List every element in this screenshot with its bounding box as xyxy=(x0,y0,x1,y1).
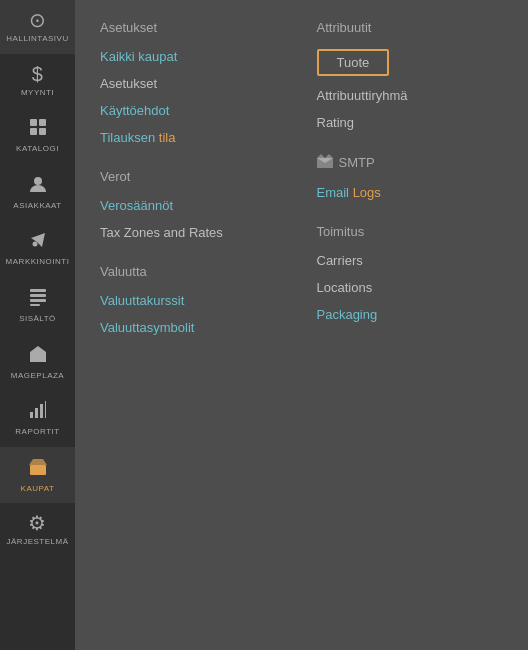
marketing-icon xyxy=(28,230,48,253)
menu-item-tuote[interactable]: Tuote xyxy=(317,49,390,76)
sidebar-item-raportit[interactable]: RAPORTIT xyxy=(0,390,75,447)
menu-item-valuuttasymbolit[interactable]: Valuuttasymbolit xyxy=(100,320,287,335)
system-icon: ⚙ xyxy=(28,513,47,533)
menu-item-tilauksen-tila[interactable]: Tilauksen tila xyxy=(100,130,287,145)
menu-columns: Asetukset Kaikki kaupat Asetukset Käyttö… xyxy=(100,20,503,359)
sidebar-item-katalogi[interactable]: KATALOGI xyxy=(0,107,75,164)
menu-item-packaging[interactable]: Packaging xyxy=(317,307,504,322)
sidebar-item-markkinointi[interactable]: MARKKINOINTI xyxy=(0,220,75,277)
svg-rect-8 xyxy=(30,299,46,302)
content-icon xyxy=(28,287,48,310)
menu-item-email-logs[interactable]: Email Logs xyxy=(317,185,504,200)
mageplaza-icon xyxy=(28,344,48,367)
stores-icon xyxy=(28,457,48,480)
menu-item-attribuutiryhma[interactable]: Attribuuttiryhmä xyxy=(317,88,504,103)
svg-point-4 xyxy=(34,177,42,185)
section-title-valuutta: Valuutta xyxy=(100,264,287,279)
svg-rect-1 xyxy=(39,119,46,126)
menu-item-rating[interactable]: Rating xyxy=(317,115,504,130)
smtp-icon xyxy=(317,154,333,171)
highlight-tila: tila xyxy=(159,130,176,145)
sales-icon: $ xyxy=(32,64,44,84)
section-smtp: SMTP Email Logs xyxy=(317,154,504,200)
section-verot: Verot Verosäännöt Tax Zones and Rates xyxy=(100,169,287,240)
svg-rect-16 xyxy=(35,469,41,475)
sidebar-item-kaupat[interactable]: KAUPAT xyxy=(0,447,75,504)
svg-point-5 xyxy=(32,242,37,247)
dashboard-icon: ⊙ xyxy=(29,10,47,30)
right-column: Attribuutit Tuote Attribuuttiryhmä Ratin… xyxy=(317,20,504,359)
menu-item-asetukset[interactable]: Asetukset xyxy=(100,76,287,91)
sidebar-item-jarjestelma[interactable]: ⚙ JÄRJESTELMÄ xyxy=(0,503,75,557)
section-asetukset: Asetukset Kaikki kaupat Asetukset Käyttö… xyxy=(100,20,287,145)
menu-item-kaikki-kaupat[interactable]: Kaikki kaupat xyxy=(100,49,287,64)
svg-rect-11 xyxy=(30,412,33,418)
svg-rect-7 xyxy=(30,294,46,297)
sidebar-item-hallintasivu[interactable]: ⊙ HALLINTASIVU xyxy=(0,0,75,54)
sidebar-item-asiakkaat[interactable]: ASIAKKAAT xyxy=(0,164,75,221)
reports-icon xyxy=(28,400,48,423)
svg-rect-10 xyxy=(35,356,41,362)
section-toimitus: Toimitus Carriers Locations Packaging xyxy=(317,224,504,322)
svg-rect-2 xyxy=(30,128,37,135)
highlight-logs: Logs xyxy=(349,185,381,200)
sidebar-item-myynti[interactable]: $ MYYNTI xyxy=(0,54,75,108)
menu-item-valuuttakurssit[interactable]: Valuuttakurssit xyxy=(100,293,287,308)
menu-item-kayttoehdot[interactable]: Käyttöehdot xyxy=(100,103,287,118)
menu-item-tax-zones[interactable]: Tax Zones and Rates xyxy=(100,225,287,240)
section-title-verot: Verot xyxy=(100,169,287,184)
sidebar-item-sisalto[interactable]: SISÄLTÖ xyxy=(0,277,75,334)
menu-item-locations[interactable]: Locations xyxy=(317,280,504,295)
sidebar: ⊙ HALLINTASIVU $ MYYNTI KATALOGI ASIAKKA… xyxy=(0,0,75,650)
section-valuutta: Valuutta Valuuttakurssit Valuuttasymboli… xyxy=(100,264,287,335)
svg-rect-0 xyxy=(30,119,37,126)
svg-rect-3 xyxy=(39,128,46,135)
svg-rect-6 xyxy=(30,289,46,292)
section-title-attribuutit: Attribuutit xyxy=(317,20,504,35)
svg-rect-13 xyxy=(40,404,43,418)
svg-rect-12 xyxy=(35,408,38,418)
section-attribuutit: Attribuutit Tuote Attribuuttiryhmä Ratin… xyxy=(317,20,504,130)
left-column: Asetukset Kaikki kaupat Asetukset Käyttö… xyxy=(100,20,287,359)
menu-item-verosaaannot[interactable]: Verosäännöt xyxy=(100,198,287,213)
svg-rect-14 xyxy=(45,401,46,418)
catalog-icon xyxy=(28,117,48,140)
customers-icon xyxy=(28,174,48,197)
menu-item-carriers[interactable]: Carriers xyxy=(317,253,504,268)
section-title-toimitus: Toimitus xyxy=(317,224,504,239)
section-title-smtp: SMTP xyxy=(317,154,504,171)
sidebar-item-mageplaza[interactable]: MAGEPLAZA xyxy=(0,334,75,391)
section-title-asetukset: Asetukset xyxy=(100,20,287,35)
svg-rect-9 xyxy=(30,304,40,306)
main-content: Asetukset Kaikki kaupat Asetukset Käyttö… xyxy=(75,0,528,650)
